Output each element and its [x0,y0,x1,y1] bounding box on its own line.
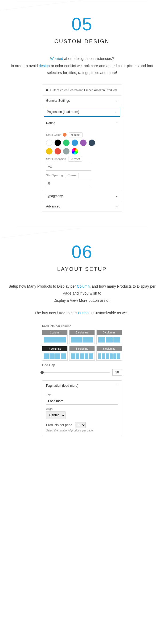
stars-color-label: Stars Color ↺reset [46,132,118,137]
slider-track[interactable] [42,372,110,373]
accordion-general: General Settings ⌄ [42,96,122,106]
chevron-down-icon: ⌄ [116,194,118,198]
color-swatches-row2 [46,148,118,154]
rating-body: Stars Color ↺reset [42,128,122,191]
column-options: 1 column 2 columns 3 columns 4 columns 5… [42,330,122,361]
color-swatch-black[interactable] [55,140,61,146]
reset-icon: ↺ [67,174,69,177]
chevron-down-icon: ⌄ [116,205,118,208]
color-swatch-white[interactable] [46,140,52,146]
color-swatch-red[interactable] [55,148,61,154]
color-swatch-navy[interactable] [89,140,95,146]
panel-title: GutenSearch Search and Embed Amazon Prod… [50,88,117,92]
reset-stars-color-button[interactable]: ↺reset [69,132,83,137]
align-field: Align Center [46,407,118,419]
star-dimension-label: Star Dimension ↺reset [46,157,118,162]
color-swatch-green[interactable] [63,140,69,146]
grid-gap-value: 20 [112,369,122,376]
section-title: LAYOUT SETUP [5,266,159,272]
chevron-up-icon: ⌃ [116,384,118,388]
typography-row[interactable]: Typography ⌄ [42,191,122,201]
col-option-3[interactable]: 3 columns [96,330,122,344]
slider-thumb[interactable] [40,371,44,374]
col-option-4[interactable]: 4 columns [42,346,68,361]
section-05: 05 CUSTOM DESIGN Worried about design in… [0,0,164,228]
reset-icon: ↺ [71,133,73,136]
design-link[interactable]: design [39,64,50,68]
intro-line-1: Worried about design inconsistencies? [5,55,159,62]
products-per-column-label: Products per column [42,324,122,328]
section-title: CUSTOM DESIGN [5,38,159,44]
color-swatch-purple[interactable] [80,140,87,146]
button-link[interactable]: Button [78,311,88,315]
settings-panel: a GutenSearch Search and Embed Amazon Pr… [42,84,122,212]
products-per-page-field: Products per page 8 [46,422,118,428]
star-dimension-input[interactable] [46,164,91,171]
col-option-1[interactable]: 1 column [42,330,68,344]
color-swatch-blue[interactable] [72,140,78,146]
color-swatch-grey[interactable] [63,148,69,154]
color-swatch-yellow[interactable] [46,148,52,154]
chevron-down-icon: ⌄ [115,110,117,113]
grid-gap-slider[interactable]: 20 [42,369,122,376]
accordion-typography: Typography ⌄ [42,191,122,201]
chevron-up-icon: ⌃ [116,121,118,125]
reset-star-dimension-button[interactable]: ↺reset [68,157,82,162]
layout-line-1: Setup how Many Products to Display per C… [5,283,159,297]
color-swatches-row1 [46,140,118,146]
col-option-5[interactable]: 5 columns [69,346,95,361]
advanced-row[interactable]: Advanced ⌄ [42,201,122,211]
star-spacing-input[interactable] [46,180,91,187]
ppp-hint: Select the number of products per page. [46,429,118,432]
color-swatch-custom[interactable] [72,148,78,154]
intro-line-2: In order to avoid design or color confli… [5,62,159,76]
accordion-pagination: Pagination (load more) ⌄ [42,107,122,118]
load-more-text-input[interactable] [46,398,118,405]
pagination-accordion: Pagination (load more) ⌃ Text Align Cent… [42,380,122,436]
accordion-rating: Rating ⌃ Stars Color ↺reset [42,118,122,191]
chevron-down-icon: ⌄ [116,99,118,102]
star-spacing-label: Star Spacing ↺reset [46,173,118,178]
pagination-row[interactable]: Pagination (load more) ⌄ [44,107,120,117]
col-option-2[interactable]: 2 columns [69,330,95,344]
grid-gap-label: Grid Gap [42,363,122,367]
section-06: 06 LAYOUT SETUP Setup how Many Products … [0,228,164,452]
amazon-logo-icon: a [46,88,48,92]
col-option-6[interactable]: 6 columns [96,346,122,361]
products-per-page-select[interactable]: 8 [75,422,86,428]
rating-row[interactable]: Rating ⌃ [42,118,122,128]
general-settings-row[interactable]: General Settings ⌄ [42,96,122,106]
panel-header: a GutenSearch Search and Embed Amazon Pr… [42,85,122,96]
worried-link[interactable]: Worried [50,56,63,61]
accordion-advanced: Advanced ⌄ [42,201,122,211]
column-link[interactable]: Column [77,284,90,288]
align-select[interactable]: Center [46,411,65,419]
reset-icon: ↺ [71,158,73,161]
layout-line-3: The buy now / Add to cart Button is Cust… [5,309,159,317]
section-number: 06 [5,241,159,262]
reset-star-spacing-button[interactable]: ↺reset [65,173,79,178]
pagination-header[interactable]: Pagination (load more) ⌃ [42,381,122,391]
current-color-swatch [63,133,67,137]
text-field: Text [46,393,118,405]
section-number: 05 [5,14,159,34]
layout-panel: Products per column 1 column 2 columns 3… [42,324,122,436]
layout-line-2: Display a View More button or not. [5,297,159,304]
